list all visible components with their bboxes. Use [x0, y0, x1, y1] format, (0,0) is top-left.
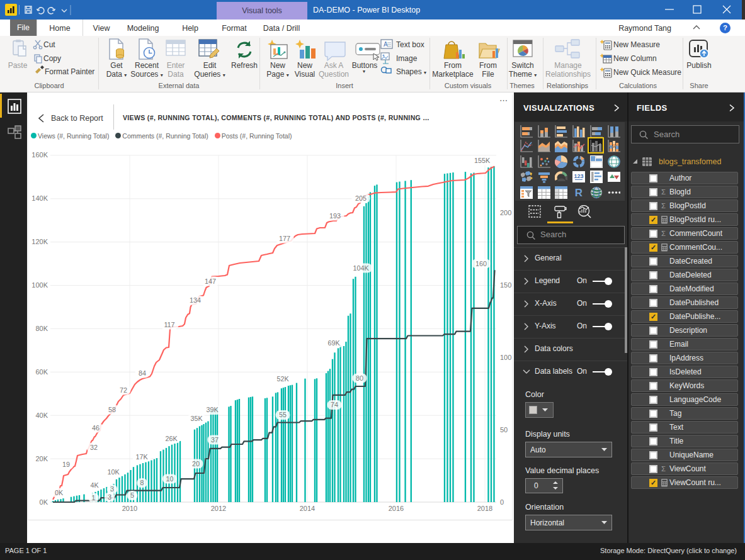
- svg-text:52K: 52K: [276, 375, 289, 383]
- svg-text:35K: 35K: [190, 415, 203, 422]
- svg-text:160K: 160K: [31, 151, 48, 159]
- svg-text:40K: 40K: [35, 412, 48, 419]
- svg-text:32: 32: [90, 444, 98, 451]
- svg-text:80: 80: [356, 374, 363, 382]
- svg-text:160: 160: [475, 260, 487, 267]
- svg-text:120K: 120K: [31, 238, 48, 245]
- svg-text:147: 147: [205, 277, 216, 285]
- svg-text:150: 150: [500, 281, 511, 289]
- svg-text:140K: 140K: [31, 194, 48, 202]
- svg-text:10K: 10K: [107, 468, 120, 476]
- svg-text:20K: 20K: [35, 455, 48, 462]
- svg-text:117: 117: [164, 321, 174, 328]
- svg-text:74: 74: [331, 401, 338, 408]
- svg-text:200: 200: [500, 209, 511, 216]
- svg-text:5: 5: [130, 491, 134, 499]
- svg-text:100K: 100K: [31, 281, 48, 289]
- svg-text:0K: 0K: [40, 498, 48, 506]
- svg-text:55: 55: [279, 411, 287, 418]
- svg-text:205: 205: [355, 194, 367, 202]
- svg-text:1: 1: [91, 494, 95, 501]
- svg-text:3: 3: [108, 493, 111, 501]
- svg-text:100: 100: [500, 354, 511, 361]
- svg-text:2016: 2016: [389, 505, 404, 512]
- svg-text:155K: 155K: [474, 157, 491, 164]
- svg-text:69K: 69K: [327, 339, 340, 347]
- svg-text:2010: 2010: [122, 505, 137, 512]
- svg-text:2018: 2018: [477, 505, 492, 512]
- svg-text:50: 50: [500, 426, 508, 434]
- svg-text:17K: 17K: [135, 453, 148, 461]
- svg-text:193: 193: [329, 212, 341, 220]
- svg-text:0: 0: [500, 498, 504, 506]
- svg-text:72: 72: [120, 386, 127, 394]
- svg-text:60K: 60K: [35, 368, 48, 376]
- svg-text:10: 10: [166, 475, 173, 483]
- svg-text:R: R: [575, 187, 583, 199]
- svg-text:3: 3: [110, 485, 114, 493]
- svg-text:8: 8: [140, 479, 144, 486]
- svg-text:84: 84: [139, 369, 146, 377]
- svg-text:123: 123: [574, 173, 583, 179]
- svg-text:19: 19: [62, 461, 70, 468]
- svg-text:177: 177: [279, 235, 290, 242]
- svg-text:A: A: [384, 41, 388, 48]
- svg-text:58: 58: [108, 406, 116, 413]
- svg-text:20: 20: [192, 460, 200, 468]
- svg-text:0K: 0K: [55, 489, 64, 496]
- svg-text:39K: 39K: [206, 406, 219, 413]
- svg-text:46: 46: [92, 424, 100, 432]
- svg-text:134: 134: [190, 296, 201, 304]
- svg-text:26K: 26K: [165, 435, 178, 442]
- svg-text:80K: 80K: [35, 325, 48, 332]
- svg-text:2014: 2014: [300, 505, 315, 512]
- svg-text:4K: 4K: [90, 481, 99, 489]
- svg-text:2012: 2012: [211, 505, 226, 512]
- svg-text:37: 37: [211, 436, 219, 444]
- svg-text:104K: 104K: [353, 264, 369, 272]
